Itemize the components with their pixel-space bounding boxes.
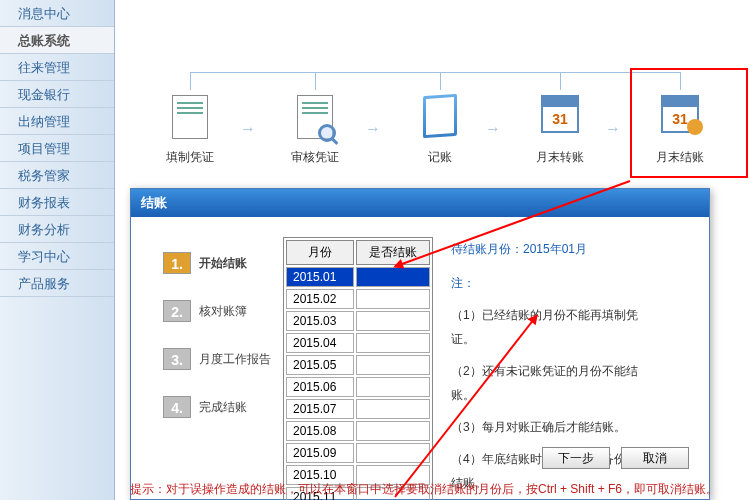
- sidebar-item-analysis[interactable]: 财务分析: [0, 216, 114, 243]
- hint-text: 提示：对于误操作造成的结账，可以在本窗口中选择要取消结账的月份后，按Ctrl +…: [130, 481, 718, 498]
- arrow-icon: →: [485, 120, 501, 138]
- table-row[interactable]: 2015.06: [286, 377, 430, 397]
- arrow-icon: →: [240, 120, 256, 138]
- table-row[interactable]: 2015.07: [286, 399, 430, 419]
- document-magnify-icon: [291, 95, 339, 143]
- sidebar: 消息中心 总账系统 往来管理 现金银行 出纳管理 项目管理 税务管家 财务报表 …: [0, 0, 115, 500]
- table-row[interactable]: 2015.01: [286, 267, 430, 287]
- step-report[interactable]: 3.月度工作报告: [163, 335, 283, 383]
- sidebar-item-cashier[interactable]: 出纳管理: [0, 108, 114, 135]
- sidebar-item-project[interactable]: 项目管理: [0, 135, 114, 162]
- sidebar-item-gl[interactable]: 总账系统: [0, 27, 114, 54]
- sidebar-item-cash[interactable]: 现金银行: [0, 81, 114, 108]
- pending-month: 待结账月份：2015年01月: [451, 237, 661, 261]
- rule-3: （3）每月对账正确后才能结账。: [451, 415, 661, 439]
- closing-dialog: 结账 1.开始结账 2.核对账簿 3.月度工作报告 4.完成结账 月份是否结账 …: [130, 188, 710, 500]
- dialog-title: 结账: [131, 189, 709, 217]
- wf-node-audit[interactable]: 审核凭证: [285, 95, 345, 166]
- sidebar-item-product[interactable]: 产品服务: [0, 270, 114, 297]
- wizard-steps: 1.开始结账 2.核对账簿 3.月度工作报告 4.完成结账: [143, 229, 283, 431]
- sidebar-item-tax[interactable]: 税务管家: [0, 162, 114, 189]
- arrow-icon: →: [605, 120, 621, 138]
- calendar-icon: [536, 95, 584, 143]
- notes-title: 注：: [451, 271, 661, 295]
- wf-node-transfer[interactable]: 月末转账: [530, 95, 590, 166]
- table-row[interactable]: 2015.02: [286, 289, 430, 309]
- wf-node-voucher[interactable]: 填制凭证: [160, 95, 220, 166]
- wf-node-post[interactable]: 记账: [410, 95, 470, 166]
- sidebar-item-report[interactable]: 财务报表: [0, 189, 114, 216]
- cancel-button[interactable]: 取消: [621, 447, 689, 469]
- rule-1: （1）已经结账的月份不能再填制凭证。: [451, 303, 661, 351]
- sidebar-item-ar[interactable]: 往来管理: [0, 54, 114, 81]
- sidebar-item-messages[interactable]: 消息中心: [0, 0, 114, 27]
- step-reconcile[interactable]: 2.核对账簿: [163, 287, 283, 335]
- table-row[interactable]: 2015.08: [286, 421, 430, 441]
- table-row[interactable]: 2015.09: [286, 443, 430, 463]
- document-icon: [166, 95, 214, 143]
- table-row[interactable]: 2015.05: [286, 355, 430, 375]
- month-table[interactable]: 月份是否结账 2015.012015.022015.032015.042015.…: [283, 237, 433, 500]
- step-finish[interactable]: 4.完成结账: [163, 383, 283, 431]
- highlight-box: [630, 68, 748, 178]
- table-row[interactable]: 2015.04: [286, 333, 430, 353]
- table-row[interactable]: 2015.03: [286, 311, 430, 331]
- next-button[interactable]: 下一步: [542, 447, 610, 469]
- sidebar-item-learn[interactable]: 学习中心: [0, 243, 114, 270]
- step-begin[interactable]: 1.开始结账: [163, 239, 283, 287]
- arrow-icon: →: [365, 120, 381, 138]
- book-icon: [416, 95, 464, 143]
